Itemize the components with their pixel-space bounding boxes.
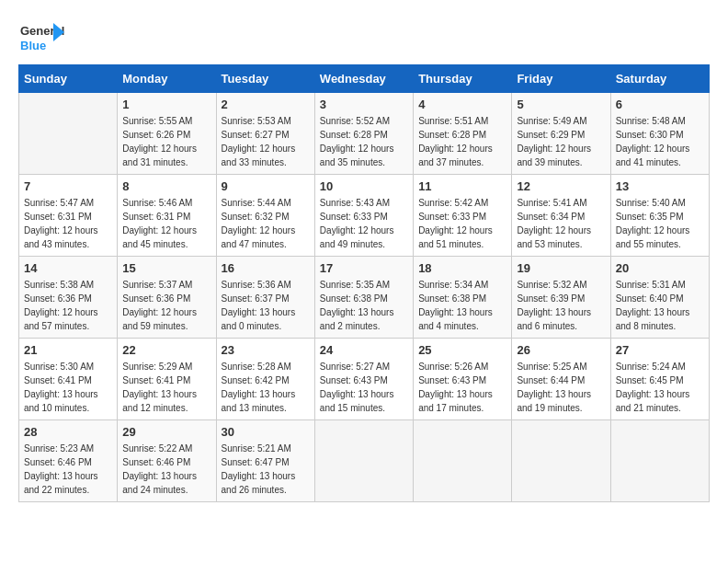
column-header-wednesday: Wednesday <box>314 65 413 93</box>
calendar-cell: 7Sunrise: 5:47 AM Sunset: 6:31 PM Daylig… <box>19 175 118 257</box>
day-number: 2 <box>222 98 310 111</box>
day-info: Sunrise: 5:49 AM Sunset: 6:29 PM Dayligh… <box>517 114 605 169</box>
day-number: 1 <box>122 98 210 111</box>
day-info: Sunrise: 5:27 AM Sunset: 6:43 PM Dayligh… <box>320 360 408 415</box>
calendar-cell: 3Sunrise: 5:52 AM Sunset: 6:28 PM Daylig… <box>314 93 413 175</box>
day-info: Sunrise: 5:41 AM Sunset: 6:34 PM Dayligh… <box>517 196 605 251</box>
day-info: Sunrise: 5:40 AM Sunset: 6:35 PM Dayligh… <box>616 196 704 251</box>
column-header-thursday: Thursday <box>414 65 512 93</box>
day-info: Sunrise: 5:24 AM Sunset: 6:45 PM Dayligh… <box>616 360 704 415</box>
day-number: 28 <box>24 425 112 439</box>
day-number: 24 <box>320 343 408 357</box>
day-info: Sunrise: 5:37 AM Sunset: 6:36 PM Dayligh… <box>122 278 210 333</box>
day-number: 7 <box>24 179 112 193</box>
day-info: Sunrise: 5:52 AM Sunset: 6:28 PM Dayligh… <box>320 114 408 169</box>
calendar-cell: 23Sunrise: 5:28 AM Sunset: 6:42 PM Dayli… <box>216 339 314 420</box>
column-header-monday: Monday <box>118 65 216 93</box>
day-number: 25 <box>418 343 506 357</box>
day-number: 6 <box>616 98 704 111</box>
day-info: Sunrise: 5:42 AM Sunset: 6:33 PM Dayligh… <box>418 196 506 251</box>
day-info: Sunrise: 5:34 AM Sunset: 6:38 PM Dayligh… <box>418 278 506 333</box>
calendar-cell <box>512 420 610 502</box>
calendar-cell: 13Sunrise: 5:40 AM Sunset: 6:35 PM Dayli… <box>610 175 709 257</box>
column-header-saturday: Saturday <box>610 65 709 93</box>
calendar-week-row: 7Sunrise: 5:47 AM Sunset: 6:31 PM Daylig… <box>19 175 710 257</box>
day-number: 5 <box>517 98 605 111</box>
calendar-cell: 10Sunrise: 5:43 AM Sunset: 6:33 PM Dayli… <box>314 175 413 257</box>
calendar-cell: 5Sunrise: 5:49 AM Sunset: 6:29 PM Daylig… <box>512 93 610 175</box>
day-number: 3 <box>320 98 408 111</box>
calendar-cell <box>19 93 118 175</box>
logo-icon: General Blue <box>18 18 64 55</box>
calendar-cell: 20Sunrise: 5:31 AM Sunset: 6:40 PM Dayli… <box>610 257 709 339</box>
day-number: 22 <box>122 343 210 357</box>
calendar-cell: 17Sunrise: 5:35 AM Sunset: 6:38 PM Dayli… <box>314 257 413 339</box>
calendar-week-row: 28Sunrise: 5:23 AM Sunset: 6:46 PM Dayli… <box>19 420 710 502</box>
calendar-week-row: 21Sunrise: 5:30 AM Sunset: 6:41 PM Dayli… <box>19 339 710 420</box>
calendar-cell: 2Sunrise: 5:53 AM Sunset: 6:27 PM Daylig… <box>216 93 314 175</box>
day-number: 20 <box>616 261 704 275</box>
day-number: 10 <box>320 179 408 193</box>
day-info: Sunrise: 5:46 AM Sunset: 6:31 PM Dayligh… <box>122 196 210 251</box>
day-number: 11 <box>418 179 506 193</box>
calendar-cell: 1Sunrise: 5:55 AM Sunset: 6:26 PM Daylig… <box>118 93 216 175</box>
day-number: 18 <box>418 261 506 275</box>
day-number: 19 <box>517 261 605 275</box>
calendar-cell: 24Sunrise: 5:27 AM Sunset: 6:43 PM Dayli… <box>314 339 413 420</box>
day-info: Sunrise: 5:43 AM Sunset: 6:33 PM Dayligh… <box>320 196 408 251</box>
calendar-cell: 30Sunrise: 5:21 AM Sunset: 6:47 PM Dayli… <box>216 420 314 502</box>
day-number: 17 <box>320 261 408 275</box>
day-info: Sunrise: 5:31 AM Sunset: 6:40 PM Dayligh… <box>616 278 704 333</box>
day-number: 15 <box>122 261 210 275</box>
calendar-cell <box>414 420 512 502</box>
calendar-cell: 12Sunrise: 5:41 AM Sunset: 6:34 PM Dayli… <box>512 175 610 257</box>
calendar-cell <box>610 420 709 502</box>
calendar-table: SundayMondayTuesdayWednesdayThursdayFrid… <box>18 64 710 502</box>
calendar-cell: 29Sunrise: 5:22 AM Sunset: 6:46 PM Dayli… <box>118 420 216 502</box>
day-number: 4 <box>418 98 506 111</box>
day-number: 21 <box>24 343 112 357</box>
day-info: Sunrise: 5:55 AM Sunset: 6:26 PM Dayligh… <box>122 114 210 169</box>
day-number: 12 <box>517 179 605 193</box>
calendar-cell: 25Sunrise: 5:26 AM Sunset: 6:43 PM Dayli… <box>414 339 512 420</box>
calendar-cell: 14Sunrise: 5:38 AM Sunset: 6:36 PM Dayli… <box>19 257 118 339</box>
calendar-cell <box>314 420 413 502</box>
calendar-cell: 21Sunrise: 5:30 AM Sunset: 6:41 PM Dayli… <box>19 339 118 420</box>
calendar-week-row: 1Sunrise: 5:55 AM Sunset: 6:26 PM Daylig… <box>19 93 710 175</box>
column-header-friday: Friday <box>512 65 610 93</box>
day-info: Sunrise: 5:29 AM Sunset: 6:41 PM Dayligh… <box>122 360 210 415</box>
calendar-cell: 18Sunrise: 5:34 AM Sunset: 6:38 PM Dayli… <box>414 257 512 339</box>
day-info: Sunrise: 5:35 AM Sunset: 6:38 PM Dayligh… <box>320 278 408 333</box>
day-info: Sunrise: 5:23 AM Sunset: 6:46 PM Dayligh… <box>24 442 112 497</box>
day-info: Sunrise: 5:36 AM Sunset: 6:37 PM Dayligh… <box>222 278 310 333</box>
day-info: Sunrise: 5:30 AM Sunset: 6:41 PM Dayligh… <box>24 360 112 415</box>
day-info: Sunrise: 5:22 AM Sunset: 6:46 PM Dayligh… <box>122 442 210 497</box>
svg-text:Blue: Blue <box>20 39 46 52</box>
day-number: 8 <box>122 179 210 193</box>
day-info: Sunrise: 5:32 AM Sunset: 6:39 PM Dayligh… <box>517 278 605 333</box>
day-number: 16 <box>222 261 310 275</box>
day-info: Sunrise: 5:53 AM Sunset: 6:27 PM Dayligh… <box>222 114 310 169</box>
calendar-cell: 16Sunrise: 5:36 AM Sunset: 6:37 PM Dayli… <box>216 257 314 339</box>
day-number: 30 <box>222 425 310 439</box>
day-number: 13 <box>616 179 704 193</box>
day-info: Sunrise: 5:25 AM Sunset: 6:44 PM Dayligh… <box>517 360 605 415</box>
day-info: Sunrise: 5:21 AM Sunset: 6:47 PM Dayligh… <box>222 442 310 497</box>
calendar-cell: 19Sunrise: 5:32 AM Sunset: 6:39 PM Dayli… <box>512 257 610 339</box>
calendar-cell: 6Sunrise: 5:48 AM Sunset: 6:30 PM Daylig… <box>610 93 709 175</box>
calendar-cell: 26Sunrise: 5:25 AM Sunset: 6:44 PM Dayli… <box>512 339 610 420</box>
calendar-cell: 4Sunrise: 5:51 AM Sunset: 6:28 PM Daylig… <box>414 93 512 175</box>
day-number: 29 <box>122 425 210 439</box>
calendar-cell: 22Sunrise: 5:29 AM Sunset: 6:41 PM Dayli… <box>118 339 216 420</box>
calendar-cell: 28Sunrise: 5:23 AM Sunset: 6:46 PM Dayli… <box>19 420 118 502</box>
day-info: Sunrise: 5:51 AM Sunset: 6:28 PM Dayligh… <box>418 114 506 169</box>
day-info: Sunrise: 5:26 AM Sunset: 6:43 PM Dayligh… <box>418 360 506 415</box>
day-info: Sunrise: 5:47 AM Sunset: 6:31 PM Dayligh… <box>24 196 112 251</box>
column-header-sunday: Sunday <box>19 65 118 93</box>
calendar-cell: 8Sunrise: 5:46 AM Sunset: 6:31 PM Daylig… <box>118 175 216 257</box>
calendar-cell: 9Sunrise: 5:44 AM Sunset: 6:32 PM Daylig… <box>216 175 314 257</box>
day-info: Sunrise: 5:44 AM Sunset: 6:32 PM Dayligh… <box>222 196 310 251</box>
calendar-cell: 27Sunrise: 5:24 AM Sunset: 6:45 PM Dayli… <box>610 339 709 420</box>
day-info: Sunrise: 5:48 AM Sunset: 6:30 PM Dayligh… <box>616 114 704 169</box>
day-number: 27 <box>616 343 704 357</box>
